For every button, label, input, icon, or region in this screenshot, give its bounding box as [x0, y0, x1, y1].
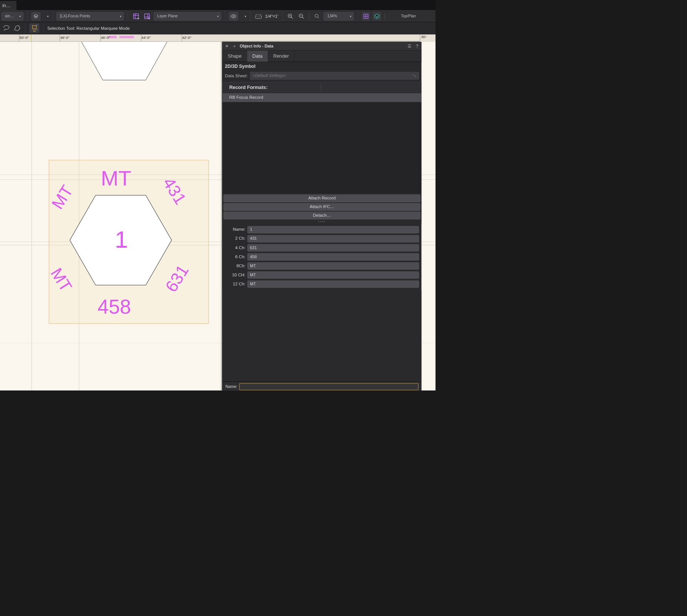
zoom-level-label: 134% [327, 14, 337, 18]
field-label: 6 Ch: [225, 254, 246, 259]
record-fields: Name: 1 2 Ch: 431 4 Ch: 631 6 Ch: 458 8C… [222, 224, 421, 290]
name-footer: Name: [222, 382, 421, 390]
attach-record-button[interactable]: Attach Record [224, 195, 420, 202]
field-input[interactable]: 458 [247, 253, 419, 260]
zoom-level-dropdown[interactable]: 134% ▾ [324, 12, 354, 20]
symbol-label-top: MT [101, 166, 132, 191]
separator [128, 11, 128, 21]
unified-view-icon[interactable] [362, 12, 370, 21]
detach-label: Detach… [313, 213, 331, 218]
saved-views-label: ain… [5, 14, 14, 18]
tab-data[interactable]: Data [247, 51, 268, 61]
ruler-selection-segment [120, 36, 134, 38]
column-separator[interactable] [321, 84, 321, 91]
document-tab[interactable]: in… [0, 1, 17, 11]
field-input[interactable]: MT [247, 262, 419, 270]
data-sheet-dropdown[interactable]: <Default Settings> ⌃⌄ [250, 72, 419, 80]
layers-icon-button[interactable] [31, 12, 40, 20]
field-value: MT [250, 273, 256, 277]
visibility-icon-button[interactable] [229, 12, 238, 20]
data-sheet-row: Data Sheet: <Default Settings> ⌃⌄ [222, 71, 421, 82]
view-label: Top/Plan [401, 14, 416, 18]
panel-tabs: Shape Data Render [222, 51, 421, 62]
detach-button[interactable]: Detach… [224, 211, 420, 219]
field-label: 10 CH: [225, 273, 246, 277]
separator [358, 11, 358, 21]
panel-title: Object Info - Data [240, 44, 273, 49]
ruler-tick-label: 44'-0" [141, 35, 150, 40]
separator [309, 13, 310, 20]
interactive-scaling-icon[interactable] [29, 23, 40, 33]
field-value: 631 [250, 245, 257, 250]
field-row: 2 Ch: 431 [222, 234, 421, 243]
record-formats-label: Record Formats: [229, 85, 267, 90]
object-info-panel: ✕ ＋ Object Info - Data ☰ ? Shape Data Re… [222, 42, 422, 391]
separator [27, 11, 28, 21]
add-icon[interactable]: ＋ [232, 43, 237, 49]
chevron-down-icon: ▾ [117, 15, 121, 18]
help-icon[interactable]: ? [415, 44, 420, 49]
separator [250, 11, 250, 21]
saved-views-dropdown[interactable]: ain… ▾ [2, 12, 23, 20]
visibility-chevron[interactable]: ▾ [241, 12, 246, 20]
scale-label: 1/4"=1' [265, 14, 278, 18]
zoom-out-icon[interactable] [297, 12, 306, 21]
view-bar: ain… ▾ ▾ [LX]-Focus Points ▾ Layer Plane… [0, 10, 436, 22]
separator [43, 23, 44, 33]
layer-plane-dropdown[interactable]: Layer Plane ▾ [154, 12, 221, 20]
tool-description: Selection Tool: Rectangular Marquee Mode [48, 26, 130, 31]
chevron-updown-icon: ⌃⌄ [409, 74, 416, 78]
field-row: 4 Ch: 631 [222, 243, 421, 252]
previous-view-icon[interactable] [132, 12, 140, 21]
menu-icon[interactable]: ☰ [407, 43, 412, 49]
field-input[interactable]: 1 [247, 226, 419, 233]
field-value: MT [250, 264, 256, 268]
field-value: 1 [250, 227, 252, 232]
tab-render[interactable]: Render [268, 51, 294, 61]
polygon-tool-icon[interactable] [13, 24, 21, 32]
panel-titlebar[interactable]: ✕ ＋ Object Info - Data ☰ ? [222, 42, 421, 51]
record-formats-header: Record Formats: [222, 82, 421, 93]
resize-gripper[interactable]: •••• [224, 220, 420, 223]
separator [282, 11, 282, 21]
view-dropdown[interactable]: Top/Plan [388, 12, 428, 20]
field-label: 4 Ch: [225, 245, 246, 250]
lasso-tool-icon[interactable] [2, 24, 11, 32]
ruler-tick-label: 30'- [421, 35, 427, 39]
document-tab-bar: in… [0, 0, 436, 10]
footer-name-input[interactable] [239, 383, 419, 390]
attach-ifc-button[interactable]: Attach IFC… [224, 203, 420, 211]
svg-rect-8 [32, 26, 36, 29]
field-input[interactable]: MT [247, 271, 419, 279]
layers-chevron[interactable]: ▾ [43, 12, 48, 20]
field-input[interactable]: 631 [247, 244, 419, 251]
scale-icon[interactable] [254, 12, 263, 21]
data-sheet-label: Data Sheet: [225, 73, 248, 78]
multiview-icon[interactable] [373, 12, 382, 21]
active-class-label: [LX]-Focus Points [60, 14, 90, 18]
next-view-icon[interactable] [143, 12, 151, 21]
field-input[interactable]: 431 [247, 235, 419, 242]
tab-shape[interactable]: Shape [222, 51, 247, 61]
separator [25, 23, 26, 33]
horizontal-ruler[interactable]: 50'-0" 48'-0" 46'-0" 44'-0" 42'-0" [0, 34, 436, 42]
field-row: 6 Ch: 458 [222, 252, 421, 261]
footer-name-label: Name: [225, 384, 238, 389]
svg-point-2 [233, 15, 234, 17]
attach-record-label: Attach Record [308, 196, 336, 201]
field-input[interactable]: MT [247, 280, 419, 288]
ruler-tick-right: 30'- [420, 35, 436, 42]
document-tab-label: in… [2, 3, 10, 8]
drawing-shape [77, 42, 172, 90]
field-value: MT [250, 282, 256, 287]
record-format-item[interactable]: RB Focus Record [222, 93, 421, 103]
layer-plane-label: Layer Plane [157, 14, 178, 18]
zoom-icon[interactable] [313, 12, 321, 21]
active-class-dropdown[interactable]: [LX]-Focus Points ▾ [57, 12, 124, 20]
record-formats-list-area[interactable] [222, 102, 421, 193]
field-row: 10 CH: MT [222, 270, 421, 279]
close-icon[interactable]: ✕ [224, 43, 229, 49]
symbol-label-bottom: 458 [98, 295, 131, 318]
ruler-cursor-marker [31, 34, 31, 41]
zoom-in-icon[interactable] [286, 12, 295, 21]
